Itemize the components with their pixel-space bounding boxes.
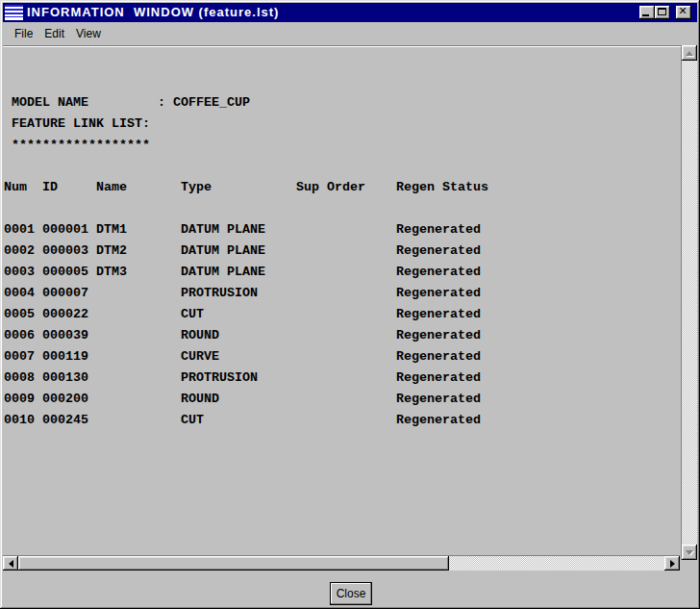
down-arrow-icon	[686, 550, 693, 555]
horizontal-scrollbar	[3, 555, 680, 571]
vertical-scrollbar-track	[682, 61, 697, 545]
information-window: INFORMATION WINDOW (feature.lst) ✕ File …	[0, 0, 700, 609]
minimize-button[interactable]	[639, 6, 655, 19]
window-controls: ✕	[639, 6, 691, 19]
window-menu-icon[interactable]	[5, 5, 23, 20]
menu-item-view[interactable]: View	[72, 25, 105, 42]
up-arrow-icon	[686, 51, 693, 56]
left-arrow-icon	[9, 560, 13, 568]
menubar: File Edit View	[3, 22, 697, 45]
vertical-scrollbar	[681, 45, 697, 560]
minimize-icon	[642, 14, 649, 16]
right-arrow-icon	[670, 560, 675, 568]
close-button[interactable]: Close	[330, 582, 372, 605]
feature-listing: MODEL NAME : COFFEE_CUP FEATURE LINK LIS…	[4, 47, 677, 553]
menu-item-file[interactable]: File	[11, 25, 37, 42]
maximize-icon	[658, 8, 666, 15]
window-title: INFORMATION WINDOW (feature.lst)	[27, 3, 639, 22]
scroll-right-button[interactable]	[664, 556, 680, 571]
menu-item-edit[interactable]: Edit	[40, 25, 68, 42]
close-window-button[interactable]: ✕	[676, 6, 691, 19]
scroll-left-button[interactable]	[3, 556, 18, 571]
maximize-button[interactable]	[655, 6, 670, 19]
close-icon: ✕	[676, 6, 689, 17]
scroll-down-button	[682, 545, 697, 560]
horizontal-scrollbar-thumb[interactable]	[18, 556, 449, 571]
scroll-up-button	[682, 45, 697, 61]
titlebar[interactable]: INFORMATION WINDOW (feature.lst) ✕	[3, 3, 697, 22]
